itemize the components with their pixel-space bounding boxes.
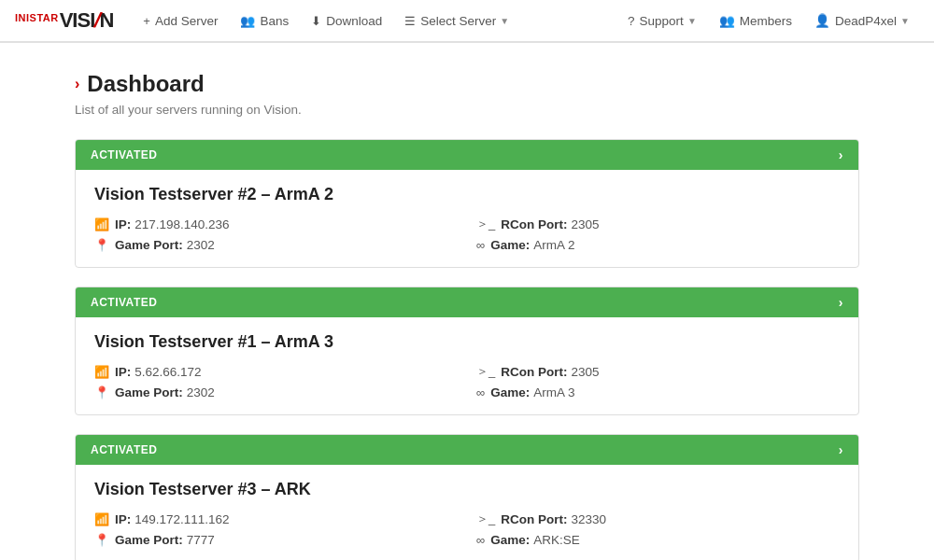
nav-download[interactable]: ⬇ Download [300,0,393,43]
select-server-dropdown-arrow: ▼ [500,16,509,26]
server-card-1: ACTIVATED › Vision Testserver #1 – ArmA … [75,287,859,415]
server-card-body-1: Vision Testserver #1 – ArmA 3 📶 IP: 5.62… [76,317,858,414]
game-value-1: ArmA 3 [533,385,574,399]
nav-add-server-label: Add Server [155,14,219,28]
server-name-1: Vision Testserver #1 – ArmA 3 [94,332,840,352]
server-details-1: 📶 IP: 5.62.66.172 ＞_ RCon Port: 2305 📍 G… [94,363,840,399]
page-title: Dashboard [87,71,204,97]
pin-icon-2: 📍 [94,533,109,547]
server-ip-item-2: 📶 IP: 149.172.111.162 [94,511,458,527]
main-content: › Dashboard List of all your servers run… [0,43,934,560]
server-name-0: Vision Testserver #2 – ArmA 2 [94,185,840,204]
ip-value-1: 5.62.66.172 [134,365,201,379]
plus-icon: + [143,14,150,28]
server-game-item-0: ∞ Game: ArmA 2 [476,238,840,252]
ip-label-2: IP: [115,512,131,526]
server-rcon-item-2: ＞_ RCon Port: 32330 [476,511,840,527]
rcon-label-1: RCon Port: [501,365,567,379]
nav-select-server[interactable]: ☰ Select Server ▼ [393,0,520,43]
ip-label-1: IP: [115,365,131,379]
nav-bans[interactable]: 👥 Bans [229,0,300,43]
breadcrumb: › Dashboard [75,71,859,97]
server-ip-item-1: 📶 IP: 5.62.66.172 [94,363,458,380]
server-card-body-2: Vision Testserver #3 – ARK 📶 IP: 149.172… [76,465,858,560]
game-label-0: Game: [490,238,530,252]
nav-support[interactable]: ? Support ▼ [618,0,706,42]
nav-bans-label: Bans [260,14,289,28]
wifi-icon-0: 📶 [94,217,109,231]
server-gameport-item-2: 📍 Game Port: 7777 [94,533,458,547]
support-dropdown-arrow: ▼ [687,16,697,26]
gameport-value-2: 7777 [187,533,215,547]
server-game-item-1: ∞ Game: ArmA 3 [476,385,840,399]
brand-logo-container[interactable]: INISTAR VISI / N [15,8,113,33]
nav-add-server[interactable]: + Add Server [132,0,229,43]
download-icon: ⬇ [311,14,321,28]
server-details-0: 📶 IP: 217.198.140.236 ＞_ RCon Port: 2305… [94,216,840,252]
rcon-value-0: 2305 [571,217,599,231]
gamepad-icon-0: ∞ [476,238,485,252]
terminal-icon-1: ＞_ [476,363,495,380]
nav-user[interactable]: 👤 DeadP4xel ▼ [805,0,919,42]
server-status-2: ACTIVATED [91,443,157,456]
server-game-item-2: ∞ Game: ARK:SE [476,533,840,547]
nav-download-label: Download [326,14,382,28]
gameport-value-0: 2302 [187,238,215,252]
server-gameport-item-1: 📍 Game Port: 2302 [94,385,458,399]
users-icon: 👥 [240,14,255,28]
server-rcon-item-0: ＞_ RCon Port: 2305 [476,216,840,232]
game-value-0: ArmA 2 [533,238,574,252]
brand-logo: INISTAR VISI / N [15,8,113,33]
gameport-label-0: Game Port: [115,238,183,252]
game-value-2: ARK:SE [533,533,580,547]
nav-members[interactable]: 👥 Members [710,0,801,42]
rcon-value-1: 2305 [571,365,599,379]
server-chevron-icon-1: › [839,295,843,310]
gameport-value-1: 2302 [187,385,215,399]
ip-value-0: 217.198.140.236 [134,217,229,231]
server-card-2: ACTIVATED › Vision Testserver #3 – ARK 📶… [75,434,859,560]
server-chevron-icon-0: › [839,147,843,162]
server-details-2: 📶 IP: 149.172.111.162 ＞_ RCon Port: 3233… [94,511,840,547]
terminal-icon-2: ＞_ [476,511,495,527]
game-label-1: Game: [490,385,530,399]
wifi-icon-1: 📶 [94,365,109,379]
game-label-2: Game: [490,533,530,547]
server-card-header-1[interactable]: ACTIVATED › [76,287,858,317]
server-card-header-2[interactable]: ACTIVATED › [76,435,858,465]
server-rcon-item-1: ＞_ RCon Port: 2305 [476,363,840,380]
breadcrumb-chevron-icon: › [75,76,79,92]
server-status-1: ACTIVATED [91,296,157,309]
nav-items: + Add Server 👥 Bans ⬇ Download ☰ Select … [132,0,618,41]
terminal-icon-0: ＞_ [476,216,495,232]
ip-label-0: IP: [115,217,131,231]
ip-value-2: 149.172.111.162 [134,512,229,526]
brand-end: N [99,8,113,33]
gameport-label-1: Game Port: [115,385,183,399]
server-chevron-icon-2: › [839,442,843,457]
gamepad-icon-1: ∞ [476,385,485,399]
rcon-label-2: RCon Port: [501,512,567,526]
wifi-icon-2: 📶 [94,512,109,526]
server-name-2: Vision Testserver #3 – ARK [94,480,840,499]
question-icon: ? [628,14,635,28]
rcon-label-0: RCon Port: [501,217,567,231]
user-dropdown-arrow: ▼ [900,16,910,26]
pin-icon-0: 📍 [94,238,109,252]
server-gameport-item-0: 📍 Game Port: 2302 [94,238,458,252]
navbar: INISTAR VISI / N + Add Server 👥 Bans ⬇ D… [0,0,934,43]
members-icon: 👥 [719,13,735,28]
list-icon: ☰ [404,14,416,28]
nav-select-server-label: Select Server [420,14,496,28]
nav-members-label: Members [740,14,792,28]
gamepad-icon-2: ∞ [476,533,485,547]
server-card-header-0[interactable]: ACTIVATED › [76,140,858,170]
server-card-0: ACTIVATED › Vision Testserver #2 – ArmA … [75,139,859,268]
page-subtitle: List of all your servers running on Visi… [75,103,859,117]
gameport-label-2: Game Port: [115,533,183,547]
user-icon: 👤 [814,13,830,28]
brand-star: INISTAR [15,12,59,23]
server-card-body-0: Vision Testserver #2 – ArmA 2 📶 IP: 217.… [76,170,858,267]
pin-icon-1: 📍 [94,385,109,399]
nav-support-label: Support [640,14,684,28]
